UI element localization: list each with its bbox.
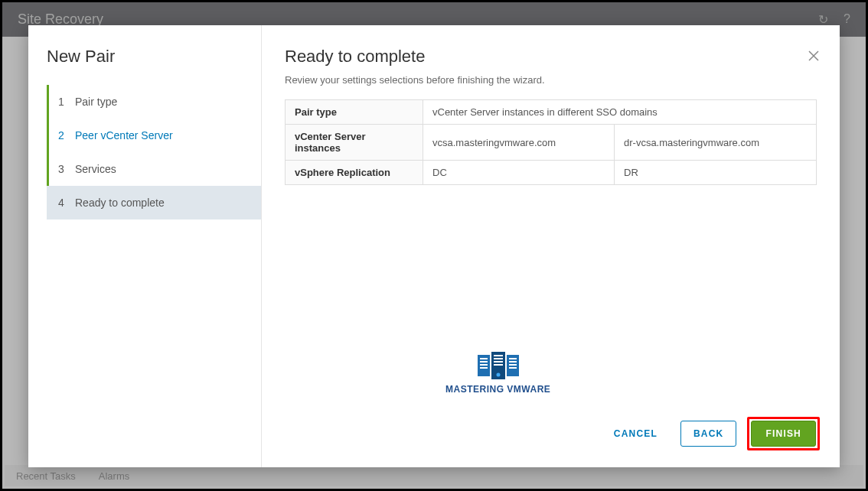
row-value: DC [423,161,615,185]
wizard-modal: New Pair 1 Pair type 2 Peer vCenter Serv… [28,25,840,467]
svg-rect-2 [480,361,488,363]
wizard-steps: 1 Pair type 2 Peer vCenter Server 3 Serv… [28,85,261,219]
step-number: 4 [58,197,67,209]
watermark-text: MASTERING VMWARE [445,384,550,395]
row-label: vCenter Server instances [286,125,423,161]
svg-rect-9 [494,364,503,366]
cancel-button[interactable]: CANCEL [602,421,670,446]
row-value: dr-vcsa.masteringvmware.com [615,125,817,161]
row-value: DR [615,161,817,185]
row-value: vcsa.masteringvmware.com [423,125,615,161]
step-number: 3 [58,163,67,175]
svg-rect-6 [494,355,503,356]
page-title: Ready to complete [285,47,817,67]
step-number: 2 [58,129,67,141]
modal-overlay: New Pair 1 Pair type 2 Peer vCenter Serv… [2,2,866,489]
wizard-step-services[interactable]: 3 Services [47,152,261,186]
step-number: 1 [58,96,67,108]
summary-table: Pair type vCenter Server instances in di… [285,99,817,185]
finish-highlight: FINISH [747,417,820,450]
wizard-step-pair-type[interactable]: 1 Pair type [47,85,261,119]
svg-point-10 [496,373,500,377]
row-value: vCenter Server instances in different SS… [423,100,817,125]
svg-rect-12 [509,358,517,359]
wizard-step-peer-vcenter[interactable]: 2 Peer vCenter Server [47,119,261,152]
servers-icon [445,352,550,379]
table-row: Pair type vCenter Server instances in di… [286,100,817,125]
modal-footer: CANCEL BACK FINISH [602,417,820,450]
svg-rect-8 [494,361,503,363]
wizard-step-ready[interactable]: 4 Ready to complete [47,186,261,219]
row-label: vSphere Replication [286,161,423,185]
svg-rect-14 [509,364,517,366]
step-label: Peer vCenter Server [75,129,173,141]
finish-button[interactable]: FINISH [751,421,816,447]
step-label: Ready to complete [75,197,165,209]
svg-rect-13 [509,361,517,363]
wizard-content: Ready to complete Review your settings s… [262,25,840,467]
close-button[interactable] [808,48,820,66]
wizard-title: New Pair [28,47,261,85]
svg-rect-3 [480,364,488,366]
svg-rect-4 [480,367,488,369]
close-icon [808,50,820,62]
wizard-sidebar: New Pair 1 Pair type 2 Peer vCenter Serv… [28,25,262,467]
svg-rect-1 [480,358,488,359]
back-button[interactable]: BACK [680,421,736,447]
watermark: MASTERING VMWARE [445,352,550,395]
svg-rect-7 [494,358,503,359]
table-row: vSphere Replication DC DR [286,161,817,185]
step-label: Services [75,163,116,175]
step-label: Pair type [75,96,117,108]
table-row: vCenter Server instances vcsa.masteringv… [286,125,817,161]
page-subtitle: Review your settings selections before f… [285,74,817,86]
row-label: Pair type [286,100,423,125]
svg-rect-15 [509,367,517,369]
